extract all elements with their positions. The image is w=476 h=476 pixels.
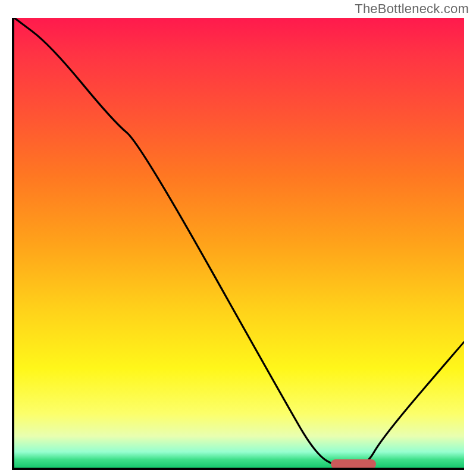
watermark-text: TheBottleneck.com [355,1,469,17]
curve-path [14,18,464,468]
plot-area [12,18,464,470]
optimal-range-marker [331,459,376,469]
chart-container: TheBottleneck.com [0,0,476,476]
bottleneck-curve [14,18,464,468]
